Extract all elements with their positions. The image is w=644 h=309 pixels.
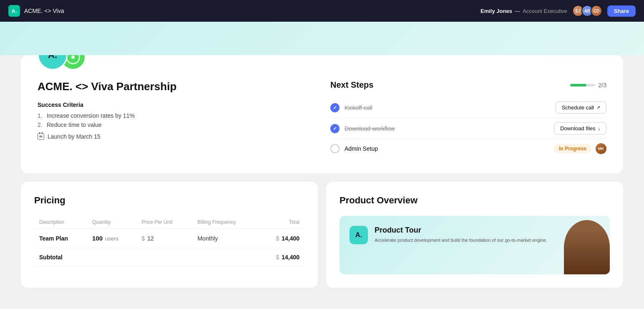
viva-dot bbox=[71, 56, 75, 59]
step-label-admin: Admin Setup bbox=[345, 145, 378, 152]
row-quantity: 100 users bbox=[87, 229, 136, 248]
calendar-icon bbox=[38, 133, 44, 140]
user-info: Emily Jones — Account Executive bbox=[480, 8, 567, 14]
nav-right: Emily Jones — Account Executive EJ AB CD… bbox=[480, 5, 636, 17]
in-progress-badge: In Progress bbox=[554, 144, 591, 153]
avatar-secondary-2: CD bbox=[591, 5, 602, 17]
subtotal-value: $ 14,400 bbox=[259, 248, 304, 267]
product-tour-title: Product Tour bbox=[375, 226, 600, 235]
progress-indicator: 2/3 bbox=[570, 82, 606, 89]
launch-date: Launch by March 15 bbox=[38, 133, 314, 140]
logos-area: A. bbox=[21, 55, 623, 70]
step-label-kickoff: Kickoff call bbox=[345, 104, 372, 111]
schedule-call-label: Schedule call bbox=[562, 104, 594, 111]
step-check-download bbox=[330, 124, 340, 133]
step-row-download: Download workflow Download files ↓ bbox=[330, 118, 606, 139]
col-total: Total bbox=[259, 216, 304, 229]
progress-bar-track bbox=[570, 84, 595, 86]
row-price: $ 12 bbox=[137, 229, 193, 248]
product-overview-card: Product Overview A. Product Tour Acceler… bbox=[326, 182, 623, 288]
step-row-admin: Admin Setup In Progress MK bbox=[330, 139, 606, 158]
external-link-icon: ↗ bbox=[596, 105, 600, 110]
col-billing-frequency: Billing Frequency bbox=[192, 216, 259, 229]
product-overview-title: Product Overview bbox=[340, 195, 610, 206]
nav-left: A. ACME. <> Viva bbox=[8, 5, 64, 17]
criteria-list: Increase conversion rates by 11% Reduce … bbox=[38, 112, 314, 128]
step-row-kickoff: Kickoff call Schedule call ↗ bbox=[330, 97, 606, 118]
step-left-admin: Admin Setup bbox=[330, 144, 378, 153]
success-criteria-label: Success Criteria bbox=[38, 101, 314, 108]
viva-inner-circle bbox=[66, 55, 80, 64]
col-description: Description bbox=[34, 216, 87, 229]
user-role: Account Executive bbox=[523, 8, 567, 14]
product-person-image bbox=[564, 220, 610, 274]
total-amount: 14,400 bbox=[282, 235, 299, 242]
price-value: 12 bbox=[147, 235, 154, 242]
progress-bar-fill bbox=[570, 84, 587, 86]
qty-main: 100 bbox=[92, 235, 103, 242]
person-silhouette bbox=[564, 220, 610, 274]
second-row: Pricing Description Quantity Price Per U… bbox=[21, 182, 623, 288]
pricing-row-team-plan: Team Plan 100 users $ 12 Monthly $ 14,4 bbox=[34, 229, 304, 248]
nav-title: ACME. <> Viva bbox=[24, 8, 64, 14]
next-steps-header: Next Steps 2/3 bbox=[330, 80, 606, 90]
acme-logo: A. bbox=[38, 55, 68, 70]
partnership-info: ACME. <> Viva Partnership Success Criter… bbox=[38, 80, 314, 158]
row-description: Team Plan bbox=[34, 229, 87, 248]
criteria-item-1: Increase conversion rates by 11% bbox=[38, 112, 314, 119]
page-content: A. ACME. <> Viva Partnership Success Cri… bbox=[0, 22, 644, 288]
hero-banner bbox=[0, 22, 644, 55]
col-price-per-unit: Price Per Unit bbox=[137, 216, 193, 229]
next-steps-title: Next Steps bbox=[330, 80, 373, 90]
row-billing: Monthly bbox=[192, 229, 259, 248]
next-steps-section: Next Steps 2/3 Kickoff call bbox=[330, 80, 606, 158]
pricing-card: Pricing Description Quantity Price Per U… bbox=[21, 182, 318, 288]
step-check-admin bbox=[330, 144, 340, 153]
pricing-row-subtotal: Subtotal $ 14,400 bbox=[34, 248, 304, 267]
share-button[interactable]: Share bbox=[607, 5, 636, 17]
avatars-group: EJ AB CD bbox=[572, 5, 602, 17]
step-left-download: Download workflow bbox=[330, 124, 395, 133]
step-left-kickoff: Kickoff call bbox=[330, 103, 372, 112]
user-name: Emily Jones bbox=[480, 8, 512, 14]
product-preview: A. Product Tour Accelerate product devel… bbox=[340, 216, 610, 274]
criteria-item-2: Reduce time to value bbox=[38, 122, 314, 128]
main-card: A. ACME. <> Viva Partnership Success Cri… bbox=[21, 55, 623, 173]
download-files-label: Download files bbox=[560, 125, 596, 132]
progress-text: 2/3 bbox=[599, 82, 606, 89]
step-check-kickoff bbox=[330, 103, 340, 112]
pricing-title: Pricing bbox=[34, 195, 304, 206]
partnership-title: ACME. <> Viva Partnership bbox=[38, 80, 314, 93]
col-quantity: Quantity bbox=[87, 216, 136, 229]
download-files-button[interactable]: Download files ↓ bbox=[554, 122, 606, 134]
subtotal-label: Subtotal bbox=[34, 248, 87, 267]
card-body: ACME. <> Viva Partnership Success Criter… bbox=[21, 70, 623, 173]
row-total: $ 14,400 bbox=[259, 229, 304, 248]
qty-unit: users bbox=[105, 236, 118, 242]
app-logo: A. bbox=[8, 5, 20, 17]
step-label-download: Download workflow bbox=[345, 125, 395, 132]
product-logo: A. bbox=[350, 226, 368, 244]
subtotal-amount: 14,400 bbox=[282, 254, 299, 261]
launch-date-text: Launch by March 15 bbox=[48, 133, 101, 140]
download-icon: ↓ bbox=[598, 126, 601, 131]
schedule-call-button[interactable]: Schedule call ↗ bbox=[556, 101, 606, 114]
top-navigation: A. ACME. <> Viva Emily Jones — Account E… bbox=[0, 0, 644, 22]
step-assignee-avatar: MK bbox=[596, 143, 606, 154]
pricing-table: Description Quantity Price Per Unit Bill… bbox=[34, 216, 304, 267]
